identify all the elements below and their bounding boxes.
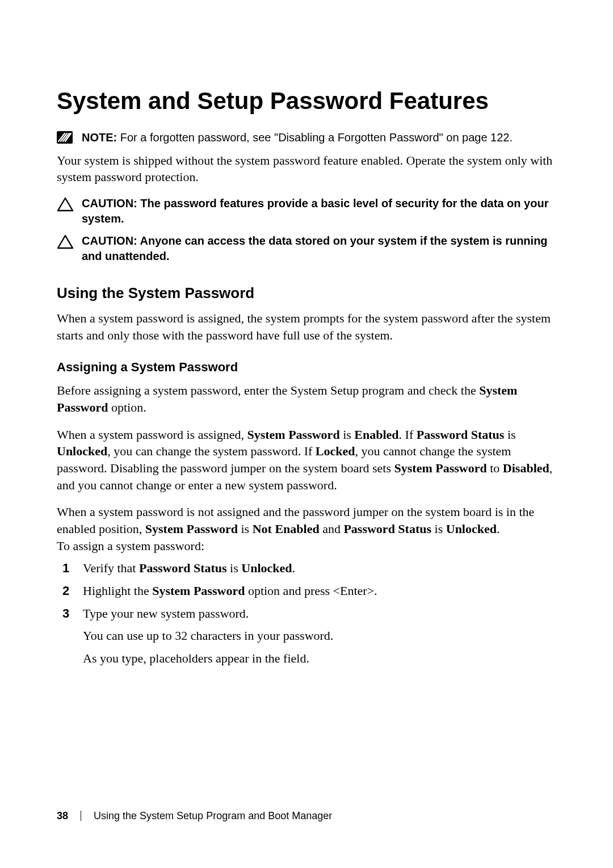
step-number: 3 [57, 605, 83, 622]
note-icon [57, 130, 82, 144]
list-item: 2 Highlight the System Password option a… [57, 582, 556, 599]
text-run: to [487, 461, 503, 475]
text-run-bold: System Password [152, 584, 245, 598]
step-content: Highlight the System Password option and… [83, 582, 556, 599]
page-title: System and Setup Password Features [57, 85, 556, 118]
text-run: To assign a system password: [57, 539, 204, 553]
note-text: NOTE: For a forgotten password, see "Dis… [82, 130, 556, 145]
caution-icon [57, 233, 82, 249]
text-run-bold: Unlocked [57, 444, 107, 458]
text-run-bold: Password Status [417, 427, 505, 442]
text-run-bold: Disabled [503, 461, 549, 475]
step-number: 1 [57, 560, 83, 577]
text-run: is [431, 522, 446, 536]
subheading-assigning-system-password: Assigning a System Password [57, 359, 556, 376]
caution-body: Anyone can access the data stored on you… [82, 234, 548, 262]
text-run: option. [108, 400, 146, 414]
text-run: When a system password is assigned, [57, 427, 247, 442]
caution-body: The password features provide a basic le… [82, 197, 548, 225]
text-run: and [320, 522, 344, 536]
text-run: Verify that [83, 561, 139, 575]
text-run: is [238, 522, 253, 536]
text-run: is [340, 427, 355, 442]
page-number: 38 [57, 809, 68, 823]
text-run: is [227, 561, 242, 575]
intro-paragraph: Your system is shipped without the syste… [57, 152, 556, 186]
caution-callout: CAUTION: Anyone can access the data stor… [57, 233, 556, 264]
text-run-bold: Enabled [354, 427, 398, 442]
text-run: option and press <Enter>. [245, 584, 377, 598]
body-paragraph: When a system password is assigned, Syst… [57, 426, 556, 494]
step-content: Type your new system password. You can u… [83, 605, 556, 667]
caution-text: CAUTION: Anyone can access the data stor… [82, 233, 556, 264]
text-run: . [497, 522, 500, 536]
note-body: For a forgotten password, see "Disabling… [117, 131, 513, 144]
text-run-bold: Locked [316, 444, 355, 458]
text-run: , you can change the system password. If [107, 444, 316, 458]
list-item: 1 Verify that Password Status is Unlocke… [57, 560, 556, 577]
note-label: NOTE: [82, 131, 117, 144]
step-number: 2 [57, 582, 83, 599]
document-page: System and Setup Password Features NOTE:… [0, 0, 613, 868]
caution-icon [57, 196, 82, 212]
text-run-bold: System Password [145, 522, 238, 536]
text-run: is [504, 427, 515, 442]
text-run-bold: System Password [247, 427, 339, 442]
body-paragraph: When a system password is assigned, the … [57, 310, 556, 343]
text-run: Before assigning a system password, ente… [57, 383, 479, 397]
caution-label: CAUTION: [82, 234, 137, 247]
text-run: . [292, 561, 296, 575]
text-run-bold: Unlocked [446, 522, 497, 536]
text-run: As you type, placeholders appear in the … [83, 650, 556, 667]
text-run: . If [399, 427, 417, 442]
steps-list: 1 Verify that Password Status is Unlocke… [57, 560, 556, 666]
note-callout: NOTE: For a forgotten password, see "Dis… [57, 130, 556, 145]
text-run: Highlight the [83, 584, 152, 598]
body-paragraph: Before assigning a system password, ente… [57, 382, 556, 416]
text-run-bold: Password Status [343, 522, 431, 536]
text-run-bold: Password Status [139, 561, 227, 575]
text-run-bold: Not Enabled [253, 522, 320, 536]
step-content: Verify that Password Status is Unlocked. [83, 560, 556, 577]
caution-label: CAUTION: [82, 197, 137, 209]
text-run-bold: Unlocked [241, 561, 292, 575]
footer-divider [81, 811, 81, 821]
text-run-bold: System Password [394, 461, 487, 475]
footer-section: Using the System Setup Program and Boot … [94, 809, 332, 823]
body-paragraph: When a system password is not assigned a… [57, 504, 556, 554]
caution-callout: CAUTION: The password features provide a… [57, 196, 556, 227]
text-run: Type your new system password. [83, 605, 556, 622]
page-footer: 38 Using the System Setup Program and Bo… [57, 809, 332, 823]
list-item: 3 Type your new system password. You can… [57, 605, 556, 667]
caution-text: CAUTION: The password features provide a… [82, 196, 556, 227]
subheading-using-system-password: Using the System Password [57, 283, 556, 303]
text-run: You can use up to 32 characters in your … [83, 627, 556, 644]
